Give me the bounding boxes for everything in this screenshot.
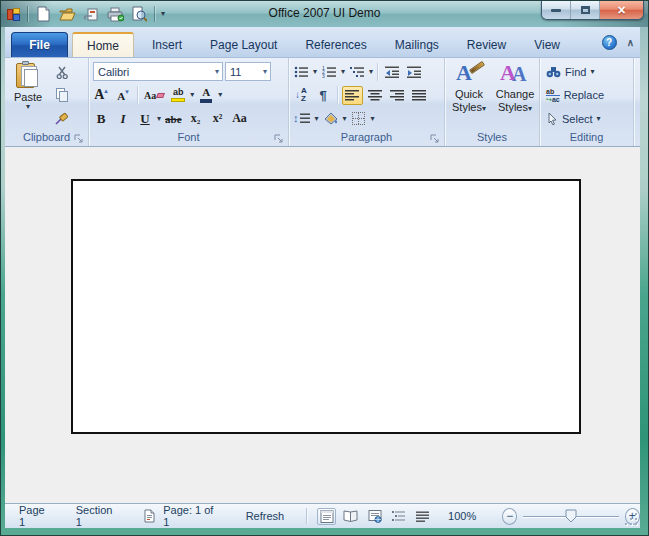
cut-button[interactable] xyxy=(51,62,73,82)
tab-review[interactable]: Review xyxy=(453,32,520,57)
multilevel-dropdown-icon[interactable]: ▾ xyxy=(369,68,373,76)
find-label: Find xyxy=(565,66,586,78)
group-paragraph: ▾ 123 ▾ ▾ xyxy=(289,58,445,146)
select-dropdown-icon[interactable]: ▾ xyxy=(597,115,601,123)
borders-dropdown-icon[interactable]: ▾ xyxy=(371,115,375,123)
text-highlight-button[interactable]: ab xyxy=(168,86,188,105)
print-layout-view-button[interactable] xyxy=(317,508,336,525)
status-page-of[interactable]: Page: 1 of 1 xyxy=(161,504,217,528)
shrink-font-button[interactable]: A▾ xyxy=(113,86,133,105)
sort-button[interactable]: A↓Z xyxy=(291,86,311,105)
status-refresh[interactable]: Refresh xyxy=(244,510,287,522)
full-screen-reading-view-button[interactable] xyxy=(341,508,360,525)
find-button[interactable]: Find ▾ xyxy=(542,61,631,82)
shading-button[interactable] xyxy=(321,109,341,128)
zoom-level[interactable]: 100% xyxy=(446,510,478,522)
borders-button[interactable] xyxy=(349,109,369,128)
document-page[interactable] xyxy=(71,179,581,434)
subscript-button[interactable]: x₂ xyxy=(186,109,206,128)
multilevel-list-button[interactable] xyxy=(347,62,367,81)
font-color-dropdown-icon[interactable]: ▾ xyxy=(218,91,222,99)
shading-dropdown-icon[interactable]: ▾ xyxy=(343,115,347,123)
close-button[interactable]: × xyxy=(600,1,643,19)
maximize-button[interactable] xyxy=(571,1,600,19)
web-layout-view-button[interactable] xyxy=(365,508,384,525)
numbering-button[interactable]: 123 xyxy=(319,62,339,81)
change-case-button[interactable]: Aa xyxy=(230,109,250,128)
maximize-icon xyxy=(581,6,590,14)
superscript-button[interactable]: x² xyxy=(208,109,228,128)
group-label-paragraph: Paragraph xyxy=(291,130,442,146)
increase-indent-button[interactable] xyxy=(404,62,424,81)
minimize-button[interactable] xyxy=(542,1,571,19)
underline-button[interactable]: U xyxy=(135,109,155,128)
font-dialog-launcher[interactable] xyxy=(274,134,284,144)
clear-formatting-button[interactable]: Aa xyxy=(142,86,166,105)
replace-label: Replace xyxy=(564,89,604,101)
find-dropdown-icon[interactable]: ▾ xyxy=(590,68,594,76)
paragraph-dialog-launcher[interactable] xyxy=(430,134,440,144)
justify-button[interactable] xyxy=(409,86,429,105)
align-center-button[interactable] xyxy=(365,86,385,105)
tab-view[interactable]: View xyxy=(520,32,574,57)
align-right-button[interactable] xyxy=(387,86,407,105)
document-area[interactable] xyxy=(5,147,640,503)
bold-button[interactable]: B xyxy=(91,109,111,128)
strikethrough-button[interactable]: abe xyxy=(163,109,184,128)
change-styles-button[interactable]: AA ChangeStyles▾ xyxy=(493,60,537,130)
collapse-ribbon-icon[interactable]: ∧ xyxy=(627,37,634,48)
help-icon[interactable]: ? xyxy=(602,35,617,50)
bullets-button[interactable] xyxy=(291,62,311,81)
window-controls: × xyxy=(541,1,644,20)
tab-insert[interactable]: Insert xyxy=(138,32,196,57)
numbering-dropdown-icon[interactable]: ▾ xyxy=(341,68,345,76)
font-size-combo[interactable]: 11 ▾ xyxy=(225,62,271,81)
line-spacing-button[interactable]: ↕ xyxy=(291,109,313,128)
tab-mailings[interactable]: Mailings xyxy=(381,32,453,57)
zoom-slider[interactable] xyxy=(523,508,618,525)
underline-dropdown-icon[interactable]: ▾ xyxy=(157,115,161,123)
status-separator xyxy=(306,508,307,524)
zoom-slider-thumb[interactable] xyxy=(565,509,577,523)
decrease-indent-button[interactable] xyxy=(382,62,402,81)
status-section[interactable]: Section 1 xyxy=(74,504,118,528)
bullets-dropdown-icon[interactable]: ▾ xyxy=(313,68,317,76)
copy-icon xyxy=(56,88,69,102)
font-name-combo[interactable]: Calibri ▾ xyxy=(93,62,223,81)
quick-styles-button[interactable]: A QuickStyles▾ xyxy=(447,60,491,130)
line-spacing-dropdown-icon[interactable]: ▾ xyxy=(315,115,319,123)
proofing-icon[interactable] xyxy=(142,509,157,523)
replace-button[interactable]: ab↪ac Replace xyxy=(542,85,631,106)
grow-font-button[interactable]: A▴ xyxy=(91,86,111,105)
title-bar[interactable]: ▾ Office 2007 UI Demo × xyxy=(1,1,648,27)
tab-home[interactable]: Home xyxy=(72,32,134,57)
pilcrow-icon: ¶ xyxy=(319,88,326,103)
font-size-value: 11 xyxy=(230,66,241,78)
copy-button[interactable] xyxy=(51,85,73,105)
zoom-out-button[interactable]: − xyxy=(502,508,517,525)
draft-view-icon xyxy=(416,511,430,522)
tab-references[interactable]: References xyxy=(291,32,380,57)
font-name-dropdown-icon[interactable]: ▾ xyxy=(215,68,219,76)
format-painter-button[interactable] xyxy=(51,108,73,128)
font-size-dropdown-icon[interactable]: ▾ xyxy=(263,68,267,76)
show-formatting-marks-button[interactable]: ¶ xyxy=(313,86,333,105)
file-button[interactable]: File xyxy=(11,32,68,57)
paste-button[interactable]: Paste ▾ xyxy=(7,60,49,130)
resize-grip-icon[interactable] xyxy=(625,513,637,525)
sort-icon: A↓Z xyxy=(295,87,307,103)
tab-page-layout[interactable]: Page Layout xyxy=(196,32,291,57)
align-left-button[interactable] xyxy=(342,86,363,105)
select-button[interactable]: Select ▾ xyxy=(542,108,631,129)
reading-view-icon xyxy=(343,510,358,522)
draft-view-button[interactable] xyxy=(413,508,432,525)
font-color-button[interactable]: A xyxy=(196,86,216,105)
italic-button[interactable]: I xyxy=(113,109,133,128)
highlight-dropdown-icon[interactable]: ▾ xyxy=(190,91,194,99)
clipboard-dialog-launcher[interactable] xyxy=(74,134,84,144)
application-window: ▾ Office 2007 UI Demo × File Home Insert… xyxy=(0,0,649,536)
outline-view-button[interactable] xyxy=(389,508,408,525)
status-page-number[interactable]: Page 1 xyxy=(17,504,52,528)
line-spacing-icon: ↕ xyxy=(293,113,311,124)
paste-dropdown-icon[interactable]: ▾ xyxy=(26,103,30,111)
